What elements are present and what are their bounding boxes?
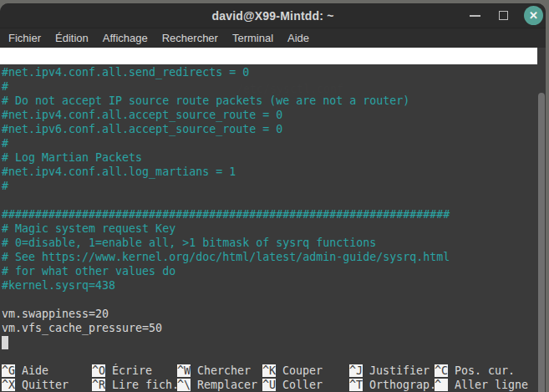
- shortcut-chercher: ^W Chercher: [177, 364, 262, 378]
- shortcut-row: ^G Aide^O Écrire^W Chercher^K Couper^J J…: [2, 364, 541, 378]
- editor-line: [2, 336, 8, 349]
- shortcut-label: Pos. cur.: [448, 364, 515, 377]
- shortcut-coller: ^U Coller: [262, 378, 349, 392]
- menu-item-aide[interactable]: Aide: [287, 32, 309, 44]
- shortcut-label: Écrire: [105, 364, 152, 377]
- shortcut-label: Orthograp.: [363, 379, 435, 391]
- menu-item-fichier[interactable]: Fichier: [8, 32, 41, 44]
- shortcut-crire: ^O Écrire: [92, 364, 177, 378]
- editor-line: vm.vfs_cache_pressure=50: [2, 321, 537, 335]
- shortcut-rows: ^G Aide^O Écrire^W Chercher^K Couper^J J…: [2, 364, 541, 392]
- shortcut-key: ^C: [435, 364, 448, 377]
- shortcut-key: ^U: [262, 379, 276, 391]
- menu-item-dition[interactable]: Édition: [55, 32, 89, 44]
- editor-line: # See https://www.kernel.org/doc/html/la…: [2, 250, 537, 264]
- shortcut-key: ^\: [177, 379, 191, 391]
- editor-line: [2, 293, 537, 307]
- editor-area[interactable]: #net.ipv4.conf.all.send_redirects = 0## …: [0, 64, 546, 392]
- shortcut-quitter: ^X Quitter: [2, 378, 92, 392]
- editor-line: #: [2, 136, 537, 150]
- shortcut-label: Remplacer: [191, 379, 257, 391]
- shortcut-label: Quitter: [15, 379, 69, 391]
- shortcut-label: Justifier: [363, 364, 430, 377]
- editor-line: ########################################…: [2, 207, 537, 221]
- nano-header: GNU nano 4.8 /etc/sysctl.conf: [0, 48, 537, 64]
- shortcut-key: ^X: [2, 379, 15, 391]
- text-cursor: [2, 337, 8, 349]
- shortcut-label: Chercher: [191, 364, 251, 377]
- shortcut-key: ^J: [349, 364, 363, 377]
- shortcut-label: Lire fich.: [105, 379, 177, 391]
- editor-line: # 0=disable, 1=enable all, >1 bitmask of…: [2, 236, 537, 250]
- editor-line: #net.ipv4.conf.all.log_martians = 1: [2, 165, 537, 179]
- terminal-window: david@X99-Mintdd: ~ ✕ FichierÉditionAffi…: [0, 3, 546, 392]
- shortcut-lirefich: ^R Lire fich.: [92, 378, 177, 392]
- editor-line: #net.ipv4.conf.all.accept_source_route =…: [2, 108, 537, 122]
- editor-line: # for what other values do: [2, 264, 537, 278]
- shortcut-label: Aide: [15, 364, 48, 377]
- shortcut-label: Aller ligne: [448, 379, 528, 391]
- minimize-button[interactable]: [470, 15, 480, 17]
- menu-item-terminal[interactable]: Terminal: [232, 32, 273, 44]
- shortcut-key: ^T: [349, 379, 363, 391]
- editor-line: # Log Martian Packets: [2, 150, 537, 165]
- editor-line: #net.ipv6.conf.all.accept_source_route =…: [2, 122, 537, 136]
- shortcut-row: ^X Quitter^R Lire fich.^\ Remplacer^U Co…: [2, 378, 541, 392]
- window-controls: ✕: [470, 3, 546, 28]
- editor-line: #net.ipv4.conf.all.send_redirects = 0: [2, 65, 537, 79]
- shortcut-orthograp: ^T Orthograp.: [349, 378, 435, 392]
- titlebar[interactable]: david@X99-Mintdd: ~ ✕: [0, 3, 546, 28]
- shortcut-justifier: ^J Justifier: [349, 364, 435, 378]
- shortcut-aide: ^G Aide: [2, 364, 92, 378]
- scrollbar[interactable]: [538, 93, 545, 392]
- shortcut-couper: ^K Couper: [262, 364, 349, 378]
- editor-lines: #net.ipv4.conf.all.send_redirects = 0## …: [2, 65, 537, 353]
- shortcut-key: ^O: [92, 364, 105, 377]
- terminal-content[interactable]: GNU nano 4.8 /etc/sysctl.conf #net.ipv4.…: [0, 48, 546, 392]
- menu-item-affichage[interactable]: Affichage: [103, 32, 148, 44]
- editor-line: #: [2, 79, 537, 94]
- shortcut-poscur: ^C Pos. cur.: [435, 364, 541, 378]
- editor-line: vm.swappiness=20: [2, 307, 537, 321]
- editor-line: # Magic system request Key: [2, 221, 537, 236]
- shortcut-key: ^K: [262, 364, 276, 377]
- menu-item-rechercher[interactable]: Rechercher: [162, 32, 218, 44]
- shortcut-key: ^W: [177, 364, 191, 377]
- editor-line: #kernel.sysrq=438: [2, 278, 537, 293]
- shortcut-key: ^R: [92, 379, 105, 391]
- editor-line: #: [2, 179, 537, 193]
- editor-line: [2, 193, 537, 207]
- maximize-button[interactable]: [499, 11, 508, 20]
- close-icon: ✕: [529, 10, 538, 21]
- shortcut-label: Coller: [276, 379, 323, 391]
- shortcut-label: Couper: [276, 364, 323, 377]
- close-button[interactable]: ✕: [524, 6, 543, 25]
- shortcut-remplacer: ^\ Remplacer: [177, 378, 262, 392]
- shortcut-allerligne: ^_ Aller ligne: [435, 378, 541, 392]
- shortcut-key: ^_: [435, 379, 448, 391]
- window-title: david@X99-Mintdd: ~: [211, 9, 333, 23]
- editor-line: # Do not accept IP source route packets …: [2, 94, 537, 108]
- menubar: FichierÉditionAffichageRechercherTermina…: [0, 28, 546, 48]
- shortcut-key: ^G: [2, 364, 15, 377]
